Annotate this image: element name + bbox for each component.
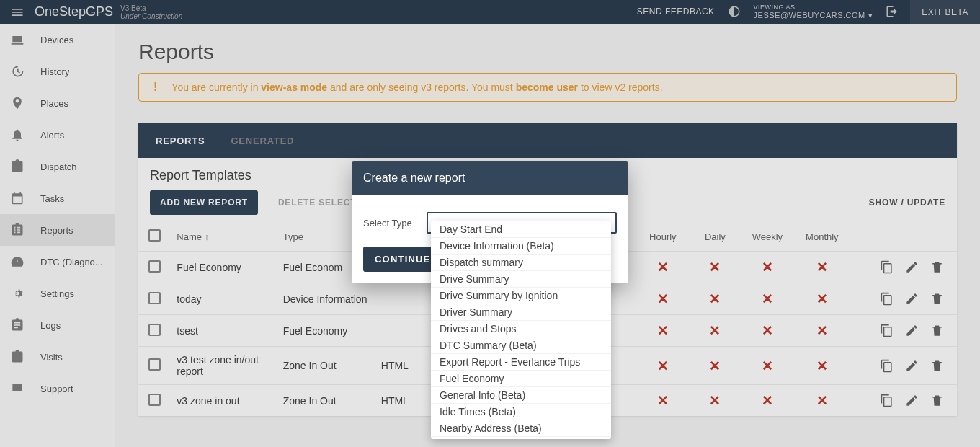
- dropdown-item[interactable]: Export Report - Everlance Trips: [431, 354, 611, 371]
- dropdown-item[interactable]: Posted Speed (Beta): [431, 437, 611, 439]
- dropdown-item[interactable]: Drives and Stops: [431, 321, 611, 337]
- dropdown-item[interactable]: Drive Summary by Ignition: [431, 288, 611, 304]
- dropdown-item[interactable]: Driver Summary: [431, 304, 611, 321]
- dropdown-item[interactable]: Nearby Address (Beta): [431, 420, 611, 437]
- select-type-label: Select Type: [363, 218, 412, 229]
- dropdown-item[interactable]: Drive Summary: [431, 271, 611, 288]
- dropdown-item[interactable]: Idle Times (Beta): [431, 404, 611, 420]
- dropdown-item[interactable]: General Info (Beta): [431, 387, 611, 404]
- report-type-dropdown[interactable]: Day Start EndDevice Information (Beta)Di…: [431, 221, 611, 439]
- dropdown-item[interactable]: Dispatch summary: [431, 255, 611, 271]
- dropdown-item[interactable]: Fuel Economy: [431, 371, 611, 387]
- dropdown-item[interactable]: DTC Summary (Beta): [431, 337, 611, 354]
- dropdown-item[interactable]: Day Start End: [431, 221, 611, 238]
- modal-title: Create a new report: [352, 161, 628, 195]
- dropdown-item[interactable]: Device Information (Beta): [431, 238, 611, 255]
